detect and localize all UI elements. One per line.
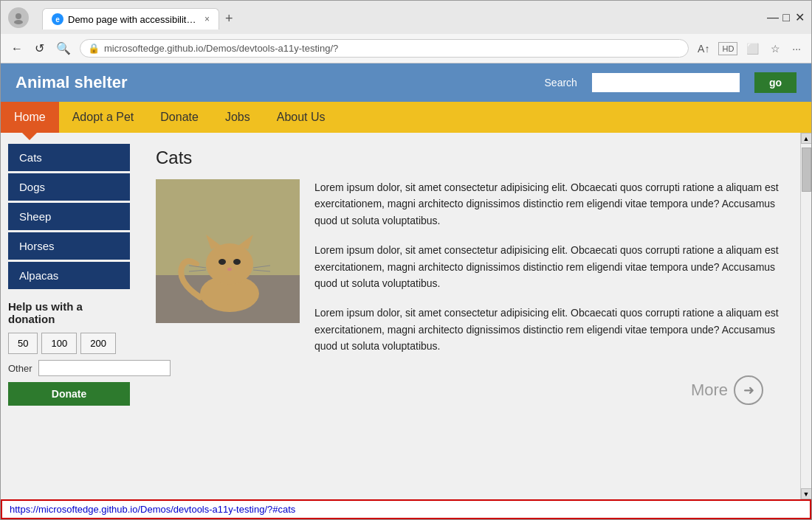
- sidebar-item-dogs[interactable]: Dogs: [8, 173, 130, 201]
- search-button[interactable]: 🔍: [53, 38, 74, 58]
- immersive-reader-icon[interactable]: HD: [718, 42, 737, 55]
- minimize-button[interactable]: —: [768, 13, 777, 22]
- scroll-thumb[interactable]: [802, 148, 811, 192]
- article-paragraph-1: Lorem ipsum dolor, sit amet consectetur …: [314, 179, 782, 229]
- svg-point-5: [206, 243, 253, 285]
- site-navigation: Home Adopt a Pet Donate Jobs About Us: [1, 102, 811, 133]
- tab-title: Demo page with accessibility issu: [68, 14, 200, 25]
- user-avatar: [8, 7, 29, 28]
- nav-adopt[interactable]: Adopt a Pet: [59, 102, 148, 133]
- search-label: Search: [545, 77, 577, 89]
- nav-home[interactable]: Home: [1, 102, 59, 133]
- toolbar-icons: A↑ HD ⬜ ☆ ···: [695, 40, 804, 58]
- close-button[interactable]: ✕: [795, 13, 804, 22]
- title-bar: e Demo page with accessibility issu × + …: [1, 1, 811, 34]
- cat-image: [156, 179, 300, 323]
- scroll-track[interactable]: [801, 144, 811, 488]
- sidebar-item-sheep[interactable]: Sheep: [8, 203, 130, 230]
- site-header: Animal shelter Search go: [1, 63, 811, 102]
- window-controls: — □ ✕: [768, 13, 804, 22]
- address-url: microsoftedge.github.io/Demos/devtools-a…: [104, 43, 338, 54]
- new-tab-button[interactable]: +: [219, 8, 239, 30]
- more-icon[interactable]: ···: [789, 40, 804, 58]
- svg-point-0: [16, 13, 21, 19]
- more-circle-icon: ➜: [734, 375, 763, 405]
- main-area: Cats Dogs Sheep Horses Alpacas Help us w…: [1, 133, 811, 499]
- article-text: Lorem ipsum dolor, sit amet consectetur …: [314, 179, 782, 368]
- sidebar: Cats Dogs Sheep Horses Alpacas Help us w…: [1, 133, 137, 499]
- more-label: More: [691, 381, 728, 400]
- scrollbar[interactable]: ▲ ▼: [800, 133, 811, 499]
- other-row: Other: [8, 360, 130, 376]
- article-title: Cats: [156, 148, 782, 168]
- article-paragraph-2: Lorem ipsum dolor, sit amet consectetur …: [314, 242, 782, 291]
- sidebar-item-horses[interactable]: Horses: [8, 232, 130, 260]
- read-aloud-icon[interactable]: A↑: [695, 40, 712, 58]
- amount-100-button[interactable]: 100: [41, 333, 77, 354]
- status-url: https://microsoftedge.github.io/Demos/de…: [10, 504, 295, 515]
- site-title: Animal shelter: [16, 73, 530, 92]
- donation-amounts: 50 100 200: [8, 333, 130, 354]
- active-tab[interactable]: e Demo page with accessibility issu ×: [42, 8, 219, 30]
- lock-icon: 🔒: [88, 43, 100, 54]
- donation-title: Help us with a donation: [8, 300, 130, 325]
- nav-about[interactable]: About Us: [264, 102, 339, 133]
- article-paragraph-3: Lorem ipsum dolor, sit amet consectetur …: [314, 305, 782, 354]
- amount-50-button[interactable]: 50: [8, 333, 38, 354]
- refresh-button[interactable]: ↺: [32, 38, 47, 58]
- content-area: Cats: [137, 133, 811, 499]
- nav-donate[interactable]: Donate: [147, 102, 212, 133]
- more-link[interactable]: More ➜: [156, 368, 782, 412]
- svg-point-9: [233, 259, 241, 265]
- other-label: Other: [8, 363, 32, 374]
- svg-point-8: [219, 259, 226, 265]
- svg-point-1: [14, 20, 23, 24]
- article: Cats: [137, 133, 800, 499]
- scroll-down-button[interactable]: ▼: [801, 488, 812, 499]
- search-input[interactable]: [592, 73, 740, 92]
- restore-button[interactable]: □: [782, 13, 791, 22]
- tab-close-button[interactable]: ×: [204, 14, 210, 24]
- scroll-up-button[interactable]: ▲: [801, 133, 812, 144]
- go-button[interactable]: go: [754, 72, 796, 93]
- sidebar-item-alpacas[interactable]: Alpacas: [8, 262, 130, 289]
- amount-200-button[interactable]: 200: [80, 333, 116, 354]
- sidebar-item-cats[interactable]: Cats: [8, 144, 130, 171]
- donation-section: Help us with a donation 50 100 200 Other…: [8, 300, 130, 406]
- favorites-icon[interactable]: ☆: [768, 40, 783, 58]
- website-content: Animal shelter Search go Home Adopt a Pe…: [1, 63, 811, 519]
- article-body: Lorem ipsum dolor, sit amet consectetur …: [156, 179, 782, 368]
- status-bar: https://microsoftedge.github.io/Demos/de…: [1, 499, 811, 519]
- donate-button[interactable]: Donate: [8, 382, 130, 406]
- tab-bar: e Demo page with accessibility issu × +: [35, 5, 763, 30]
- screenshot-icon[interactable]: ⬜: [743, 40, 762, 58]
- address-input[interactable]: 🔒 microsoftedge.github.io/Demos/devtools…: [80, 39, 689, 58]
- back-button[interactable]: ←: [8, 39, 26, 58]
- tab-favicon: e: [52, 13, 63, 25]
- svg-point-10: [227, 268, 232, 271]
- address-bar: ← ↺ 🔍 🔒 microsoftedge.github.io/Demos/de…: [1, 34, 811, 63]
- nav-jobs[interactable]: Jobs: [212, 102, 264, 133]
